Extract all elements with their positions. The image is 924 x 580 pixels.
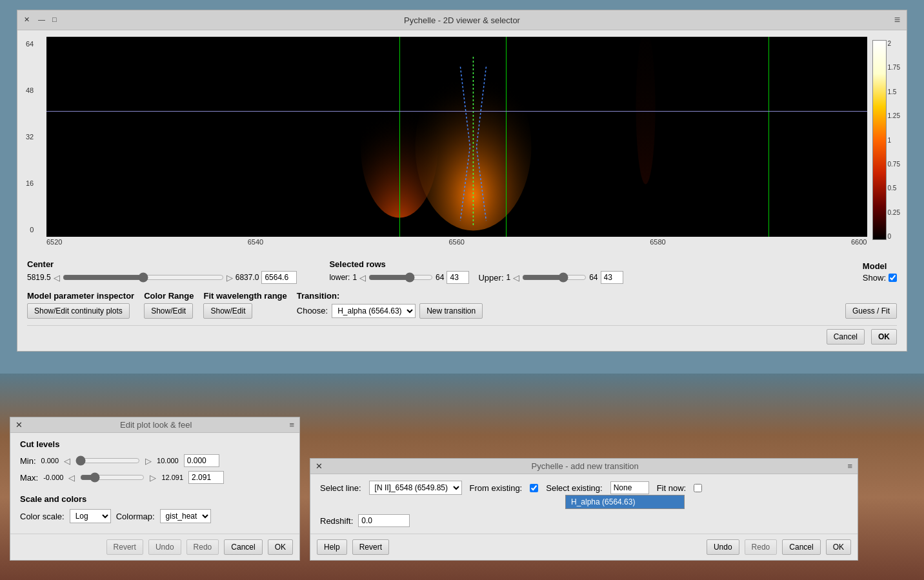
min-value-input[interactable]: 0.000 <box>184 454 219 467</box>
cb-label-025: 0.25 <box>888 209 900 216</box>
fit-wavelength-group: Fit wavelength range Show/Edit <box>203 291 286 319</box>
lower-value-input[interactable]: 43 <box>447 271 469 284</box>
green-vline-left <box>399 37 400 237</box>
center-right-arrow[interactable]: ▷ <box>226 273 233 283</box>
x-axis-labels: 6520 6540 6560 6580 6600 <box>46 237 867 249</box>
right-panel-right-buttons: Undo Redo Cancel OK <box>707 539 851 555</box>
cb-label-050: 0.5 <box>888 185 900 192</box>
center-slider[interactable] <box>63 272 224 283</box>
guess-fit-btn[interactable]: Guess / Fit <box>845 303 897 319</box>
center-min-val: 5819.5 <box>27 273 51 282</box>
max-left-arrow[interactable]: ◁ <box>68 473 75 483</box>
spectral-canvas[interactable] <box>46 37 867 237</box>
left-undo-btn[interactable]: Undo <box>148 539 181 555</box>
model-show: Show: <box>863 273 897 283</box>
right-revert-btn[interactable]: Revert <box>352 539 389 555</box>
selected-rows-control: lower: 1 ◁ 64 43 Upper: 1 ◁ 64 43 <box>329 271 623 284</box>
main-ok-btn[interactable]: OK <box>871 329 897 345</box>
controls-area: Center 5819.5 ◁ ▷ 6837.0 6564.6 Selected… <box>17 253 907 351</box>
lower-min: 1 <box>352 273 357 282</box>
model-show-checkbox[interactable] <box>889 274 897 282</box>
model-param-group: Model parameter inspector Show/Edit cont… <box>27 291 134 319</box>
min-max-val: 10.000 <box>157 457 179 465</box>
left-redo-btn[interactable]: Redo <box>186 539 219 555</box>
left-cancel-btn[interactable]: Cancel <box>224 539 262 555</box>
min-right-arrow[interactable]: ▷ <box>145 456 152 466</box>
right-panel-title-bar: ✕ Pychelle - add new transition ≡ <box>310 459 858 474</box>
left-ok-btn[interactable]: OK <box>268 539 293 555</box>
lower-left-arrow[interactable]: ◁ <box>359 273 366 283</box>
transition-group: Transition: Choose: H_alpha (6564.63) Ne… <box>297 291 483 319</box>
center-left-arrow[interactable]: ◁ <box>54 273 60 283</box>
upper-max: 64 <box>589 273 598 282</box>
y-label-32: 32 <box>26 133 34 141</box>
right-help-btn[interactable]: Help <box>317 539 347 555</box>
color-scale-select[interactable]: Log Linear Sqrt <box>70 509 111 523</box>
main-title: Pychelle - 2D viewer & selector <box>404 15 520 25</box>
max-right-arrow[interactable]: ▷ <box>150 473 156 483</box>
scale-colors-title: Scale and colors <box>20 494 290 504</box>
colorbar-gradient <box>872 40 887 240</box>
right-panel-body: Select line: [N II]_6548 (6549.85) H_alp… <box>310 474 858 534</box>
left-revert-btn[interactable]: Revert <box>106 539 143 555</box>
color-range-btn[interactable]: Show/Edit <box>144 303 193 319</box>
controls-row1: Center 5819.5 ◁ ▷ 6837.0 6564.6 Selected… <box>27 259 897 284</box>
right-redo-btn[interactable]: Redo <box>745 539 778 555</box>
main-cancel-btn[interactable]: Cancel <box>827 329 865 345</box>
min-slider[interactable] <box>75 455 140 466</box>
right-cancel-btn[interactable]: Cancel <box>782 539 820 555</box>
fit-now-checkbox[interactable] <box>694 484 702 492</box>
main-bottom-buttons: Cancel OK <box>27 325 897 345</box>
right-panel-close-icon[interactable]: ✕ <box>316 461 323 471</box>
right-panel-row1: Select line: [N II]_6548 (6549.85) H_alp… <box>320 481 848 495</box>
color-range-label: Color Range <box>144 291 194 301</box>
fit-wavelength-btn[interactable]: Show/Edit <box>203 303 252 319</box>
max-value-input[interactable]: 2.091 <box>188 471 224 484</box>
main-window: ✕ — □ Pychelle - 2D viewer & selector ≡ … <box>17 10 907 352</box>
lower-slider[interactable] <box>368 272 433 283</box>
min-left-arrow[interactable]: ◁ <box>64 456 70 466</box>
color-scale-label: Color scale: <box>20 512 65 521</box>
select-existing-input[interactable]: None <box>610 481 649 494</box>
minimize-icon[interactable]: — <box>38 15 47 25</box>
x-label-6520: 6520 <box>46 238 62 246</box>
selected-rows-group: Selected rows lower: 1 ◁ 64 43 Upper: 1 … <box>329 259 623 284</box>
center-value-input[interactable]: 6564.6 <box>261 271 297 284</box>
cb-label-150: 1.5 <box>888 88 900 95</box>
redshift-label: Redshift: <box>320 516 353 526</box>
transition-choose-label: Choose: <box>297 306 328 315</box>
right-panel-menu-icon[interactable]: ≡ <box>847 461 852 471</box>
upper-slider[interactable] <box>522 272 587 283</box>
maximize-icon[interactable]: □ <box>52 15 61 25</box>
max-slider[interactable] <box>80 472 145 483</box>
select-line-select[interactable]: [N II]_6548 (6549.85) H_alpha (6564.63) <box>369 481 462 495</box>
fit-now-label: Fit now: <box>657 483 687 493</box>
colormap-select[interactable]: gist_heat viridis plasma gray <box>160 509 211 523</box>
model-label: Model <box>863 261 897 271</box>
upper-left-arrow[interactable]: ◁ <box>513 273 519 283</box>
close-icon[interactable]: ✕ <box>24 15 33 25</box>
cb-label-125: 1.25 <box>888 112 900 119</box>
redshift-input[interactable]: 0.0 <box>358 514 410 527</box>
cb-label-1: 1 <box>888 137 900 144</box>
color-scale-row: Color scale: Log Linear Sqrt Colormap: g… <box>20 509 290 523</box>
center-control: 5819.5 ◁ ▷ 6837.0 6564.6 <box>27 271 297 284</box>
right-panel: ✕ Pychelle - add new transition ≡ Select… <box>310 458 858 561</box>
left-panel: ✕ Edit plot look & feel ≡ Cut levels Min… <box>10 417 300 561</box>
right-panel-bottom: Help Revert Undo Redo Cancel OK <box>310 534 858 560</box>
left-panel-menu-icon[interactable]: ≡ <box>289 420 294 430</box>
model-param-btn[interactable]: Show/Edit continuity plots <box>27 303 130 319</box>
dropdown-halpha-option[interactable]: H_alpha (6564.63) <box>566 495 684 508</box>
upper-value-input[interactable]: 43 <box>601 271 623 284</box>
right-ok-btn[interactable]: OK <box>826 539 851 555</box>
new-transition-btn[interactable]: New transition <box>419 303 483 319</box>
right-undo-btn[interactable]: Undo <box>707 539 739 555</box>
menu-icon[interactable]: ≡ <box>894 14 900 26</box>
cb-label-075: 0.75 <box>888 161 900 168</box>
max-max-val: 12.091 <box>161 474 183 481</box>
colormap-label: Colormap: <box>116 512 155 521</box>
lower-max: 64 <box>436 273 444 282</box>
left-panel-close-icon[interactable]: ✕ <box>15 420 23 430</box>
from-existing-checkbox[interactable] <box>530 484 538 492</box>
transition-select[interactable]: H_alpha (6564.63) <box>332 304 416 318</box>
